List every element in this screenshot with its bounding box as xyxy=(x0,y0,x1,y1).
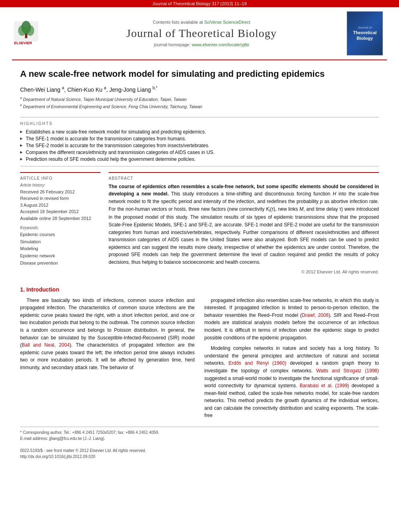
available-date: Available online 28 September 2012 xyxy=(20,215,101,222)
article-history-label: Article history: xyxy=(20,183,101,187)
ref-draief[interactable]: Draief, 2006 xyxy=(302,312,329,318)
header-center: Contents lists available at SciVerse Sci… xyxy=(60,7,343,60)
keyword: Epidemic network xyxy=(20,253,101,260)
journal-cover: Journal of Theoretical Biology xyxy=(347,11,383,55)
footnote-area: * Corresponding author. Tel.: +886 4 245… xyxy=(20,427,379,460)
article-title: A new scale-free network model for simul… xyxy=(20,68,379,80)
received-revised-date: 3 August 2012 xyxy=(20,202,101,209)
body-para-3: Modeling complex networks in nature and … xyxy=(204,345,379,419)
keywords-section: Keywords: Epidemic courses Simulation Mo… xyxy=(20,226,101,267)
divider-highlights xyxy=(20,117,379,117)
affiliations: a Department of Natural Science, Taipei … xyxy=(20,96,379,110)
copyright-line: © 2012 Elsevier Ltd. All rights reserved… xyxy=(109,269,379,274)
page: Journal of Theoretical Biology 317 (2013… xyxy=(0,0,399,532)
contents-label: Contents lists available at xyxy=(153,20,203,25)
body-para-1: There are basically two kinds of infecti… xyxy=(20,297,195,372)
article-history: Article history: Received 26 February 20… xyxy=(20,183,101,222)
svg-rect-4 xyxy=(25,33,27,38)
keyword: Epidemic courses xyxy=(20,231,101,238)
journal-title: Journal of Theoretical Biology xyxy=(126,27,277,40)
abstract-text: The course of epidemics often resembles … xyxy=(109,183,379,266)
highlight-item: Establishes a new scale-free network mod… xyxy=(20,129,379,135)
article-info-label: ARTICLE INFO xyxy=(20,176,101,181)
abstract-col: ABSTRACT The course of epidemics often r… xyxy=(109,172,379,274)
cover-journal-label: Journal of xyxy=(358,26,372,29)
highlight-item: The SFE-2 model is accurate for the tran… xyxy=(20,143,379,148)
cover-title: Theoretical Biology xyxy=(350,30,380,41)
header-area: ELSEVIER Contents lists available at Sci… xyxy=(12,7,387,60)
ref-watts[interactable]: Watts and Strogatz (1998) xyxy=(316,368,379,374)
authors: Chen-Wei Liang a, Chien-Kuo Ku a, Jeng-J… xyxy=(20,86,379,93)
body-col-2: propagated infection also resembles scal… xyxy=(204,297,379,423)
footnote-text: * Corresponding author. Tel.: +886 4 245… xyxy=(20,429,379,460)
keyword: Simulation xyxy=(20,238,101,246)
divider-article-info xyxy=(20,166,379,166)
keywords-list: Epidemic courses Simulation Modeling Epi… xyxy=(20,231,101,267)
received-revised-label: Received in revised form xyxy=(20,195,101,202)
two-col-info-abstract: ARTICLE INFO Article history: Received 2… xyxy=(20,172,379,274)
abstract-body: This study introduces a time-shifting an… xyxy=(109,191,379,265)
abstract-label: ABSTRACT xyxy=(109,176,379,181)
header-right: Journal of Theoretical Biology xyxy=(343,7,387,60)
section-1-heading: 1. Introduction xyxy=(20,286,379,293)
received-1: Received 26 February 2012 xyxy=(20,189,101,195)
highlights-list: Establishes a new scale-free network mod… xyxy=(20,129,379,162)
elsevier-logo: ELSEVIER xyxy=(12,19,48,47)
keyword: Modeling xyxy=(20,245,101,253)
body-col-1: There are basically two kinds of infecti… xyxy=(20,297,195,423)
body-section-1: 1. Introduction There are basically two … xyxy=(20,286,379,423)
svg-text:ELSEVIER: ELSEVIER xyxy=(14,41,32,45)
ref-ball-neal[interactable]: Ball and Neal, 2004 xyxy=(22,342,70,348)
keywords-label: Keywords: xyxy=(20,226,101,230)
keyword: Disease prevention xyxy=(20,260,101,267)
sciverse-link[interactable]: SciVerse ScienceDirect xyxy=(204,20,250,25)
ref-barabasi[interactable]: Barabási et al. (1999) xyxy=(300,383,349,388)
highlight-item: The SFE-1 model is accurate for the tran… xyxy=(20,136,379,142)
homepage-url[interactable]: www.elsevier.com/locate/yjtbi xyxy=(192,42,249,47)
body-para-2: propagated infection also resembles scal… xyxy=(204,297,379,342)
accepted-date: Accepted 18 September 2012 xyxy=(20,208,101,215)
article-info-col: ARTICLE INFO Article history: Received 2… xyxy=(20,172,101,274)
header-left: ELSEVIER xyxy=(12,7,60,60)
journal-citation: Journal of Theoretical Biology 317 (2013… xyxy=(152,1,247,6)
highlight-item: Compares the different races/ethnicity a… xyxy=(20,150,379,155)
journal-homepage: journal homepage: www.elsevier.com/locat… xyxy=(154,42,249,47)
highlight-item: Prediction results of SFE models could h… xyxy=(20,156,379,162)
contents-line: Contents lists available at SciVerse Sci… xyxy=(153,20,250,25)
homepage-label: journal homepage: xyxy=(154,42,191,47)
top-bar: Journal of Theoretical Biology 317 (2013… xyxy=(0,0,399,7)
ref-erdos[interactable]: Erdős and Rényi (1960) xyxy=(228,360,286,366)
body-two-col: There are basically two kinds of infecti… xyxy=(20,297,379,423)
highlights-label: HIGHLIGHTS xyxy=(20,121,379,126)
main-content: A new scale-free network model for simul… xyxy=(0,60,399,468)
